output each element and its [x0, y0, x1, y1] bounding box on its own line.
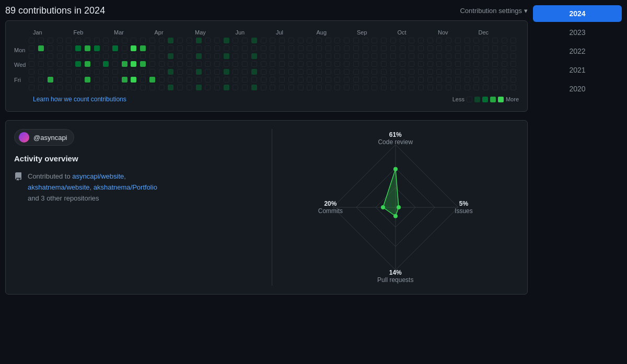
contribution-cell[interactable]	[390, 61, 396, 67]
contribution-cell[interactable]	[418, 61, 424, 67]
contribution-cell[interactable]	[159, 61, 165, 67]
contribution-cell[interactable]	[326, 53, 331, 59]
contribution-cell[interactable]	[242, 53, 248, 59]
contribution-cell[interactable]	[38, 45, 44, 51]
contribution-cell[interactable]	[122, 85, 127, 90]
contribution-cell[interactable]	[502, 85, 507, 90]
contribution-cell[interactable]	[279, 45, 285, 51]
contribution-cell[interactable]	[270, 77, 275, 83]
contribution-cell[interactable]	[66, 53, 72, 59]
contribution-cell[interactable]	[334, 61, 340, 67]
contribution-cell[interactable]	[140, 45, 146, 51]
contribution-cell[interactable]	[187, 77, 192, 83]
contribution-cell[interactable]	[159, 45, 165, 51]
contribution-cell[interactable]	[94, 45, 100, 51]
contribution-cell[interactable]	[251, 53, 257, 59]
contribution-cell[interactable]	[371, 77, 377, 83]
contribution-cell[interactable]	[187, 69, 192, 75]
contribution-cell[interactable]	[455, 77, 461, 83]
contribution-cell[interactable]	[381, 53, 387, 59]
contribution-cell[interactable]	[502, 77, 507, 83]
contribution-cell[interactable]	[455, 61, 461, 67]
contribution-cell[interactable]	[492, 38, 498, 43]
contribution-cell[interactable]	[483, 69, 489, 75]
contribution-cell[interactable]	[168, 85, 173, 90]
contribution-cell[interactable]	[446, 69, 451, 75]
contribution-cell[interactable]	[279, 61, 285, 67]
contribution-cell[interactable]	[103, 69, 109, 75]
contribution-cell[interactable]	[112, 45, 118, 51]
contribution-cell[interactable]	[48, 45, 53, 51]
contribution-cell[interactable]	[510, 69, 516, 75]
contribution-cell[interactable]	[381, 77, 387, 83]
contribution-cell[interactable]	[233, 45, 238, 51]
contribution-cell[interactable]	[353, 45, 359, 51]
contribution-cell[interactable]	[57, 61, 63, 67]
contribution-cell[interactable]	[196, 38, 202, 43]
contribution-cell[interactable]	[288, 61, 294, 67]
contribution-cell[interactable]	[48, 53, 53, 59]
contribution-cell[interactable]	[502, 45, 507, 51]
contribution-cell[interactable]	[149, 53, 155, 59]
repo-link-1[interactable]: asyncapi/website	[72, 172, 124, 180]
contribution-cell[interactable]	[187, 38, 192, 43]
contribution-cell[interactable]	[131, 38, 136, 43]
contribution-cell[interactable]	[344, 61, 350, 67]
contribution-cell[interactable]	[233, 69, 238, 75]
contribution-cell[interactable]	[344, 45, 350, 51]
contribution-cell[interactable]	[103, 53, 109, 59]
contribution-cell[interactable]	[307, 53, 312, 59]
contribution-cell[interactable]	[168, 53, 173, 59]
contribution-cell[interactable]	[112, 38, 118, 43]
contribution-cell[interactable]	[159, 69, 165, 75]
contribution-cell[interactable]	[140, 61, 146, 67]
contribution-cell[interactable]	[85, 38, 90, 43]
contribution-cell[interactable]	[307, 85, 312, 90]
contribution-cell[interactable]	[251, 45, 257, 51]
contribution-cell[interactable]	[427, 53, 433, 59]
contribution-cell[interactable]	[38, 53, 44, 59]
contribution-cell[interactable]	[131, 53, 136, 59]
contribution-cell[interactable]	[298, 69, 304, 75]
contribution-cell[interactable]	[57, 53, 63, 59]
contribution-cell[interactable]	[122, 77, 127, 83]
contribution-cell[interactable]	[48, 69, 53, 75]
contribution-cell[interactable]	[371, 69, 377, 75]
contribution-cell[interactable]	[122, 61, 127, 67]
contribution-cell[interactable]	[251, 85, 257, 90]
contribution-cell[interactable]	[75, 69, 81, 75]
contribution-cell[interactable]	[57, 77, 63, 83]
contribution-cell[interactable]	[353, 69, 359, 75]
contribution-cell[interactable]	[29, 77, 34, 83]
contribution-cell[interactable]	[353, 38, 359, 43]
contribution-cell[interactable]	[196, 69, 202, 75]
contribution-cell[interactable]	[261, 85, 266, 90]
contribution-cell[interactable]	[371, 85, 377, 90]
contribution-cell[interactable]	[214, 69, 220, 75]
contribution-cell[interactable]	[205, 85, 211, 90]
contribution-cell[interactable]	[492, 69, 498, 75]
contribution-cell[interactable]	[261, 69, 266, 75]
contribution-cell[interactable]	[224, 69, 229, 75]
contribution-cell[interactable]	[122, 69, 127, 75]
contribution-cell[interactable]	[288, 38, 294, 43]
contribution-cell[interactable]	[483, 77, 489, 83]
contribution-cell[interactable]	[94, 85, 100, 90]
contribution-cell[interactable]	[288, 53, 294, 59]
contribution-cell[interactable]	[122, 53, 127, 59]
contribution-cell[interactable]	[465, 85, 470, 90]
contribution-cell[interactable]	[279, 69, 285, 75]
contribution-cell[interactable]	[436, 38, 442, 43]
contribution-cell[interactable]	[66, 77, 72, 83]
contribution-cell[interactable]	[492, 61, 498, 67]
contribution-cell[interactable]	[446, 77, 451, 83]
contribution-cell[interactable]	[261, 53, 266, 59]
contribution-cell[interactable]	[94, 38, 100, 43]
contribution-cell[interactable]	[122, 45, 127, 51]
contribution-cell[interactable]	[371, 45, 377, 51]
contribution-cell[interactable]	[177, 45, 183, 51]
contribution-cell[interactable]	[29, 53, 34, 59]
contribution-cell[interactable]	[131, 69, 136, 75]
contribution-cell[interactable]	[29, 85, 34, 90]
contribution-cell[interactable]	[66, 38, 72, 43]
